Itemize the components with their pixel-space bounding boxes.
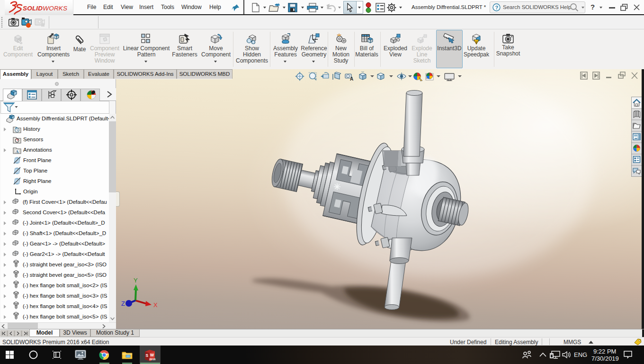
svg-text:Y: Y [134,277,138,284]
svg-text:S: S [146,353,149,358]
svg-text:?: ? [495,5,499,10]
svg-text:X: X [153,301,158,309]
svg-text:!: ! [476,40,477,45]
svg-text:A: A [350,76,353,82]
svg-text:Z: Z [121,300,125,307]
svg-text:2016: 2016 [149,358,156,361]
svg-text:W: W [150,353,154,357]
svg-text:SOLIDWORKS: SOLIDWORKS [23,5,67,12]
